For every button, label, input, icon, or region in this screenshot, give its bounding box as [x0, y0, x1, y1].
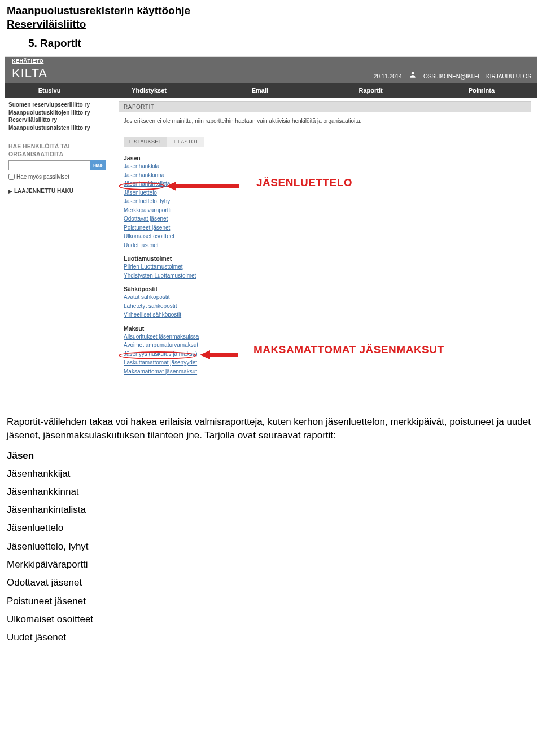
report-item: Ulkomaiset osoitteet: [7, 610, 535, 628]
report-item: Poistuneet jäsenet: [7, 592, 535, 610]
link-merkkipaiva[interactable]: Merkkipäiväraportti: [124, 206, 171, 215]
annotation-text-1: JÄSENLUETTELO: [256, 177, 352, 189]
app-screenshot: KEHÄTIETO KILTA 20.11.2014 OSSI.IKONEN@I…: [5, 56, 537, 405]
header-user: OSSI.IKONEN@IKI.FI: [423, 73, 479, 80]
panel-box: RAPORTIT Jos erikseen ei ole mainittu, n…: [119, 101, 531, 376]
app-body: Suomen reserviupseeriliitto ry Maanpuolu…: [5, 98, 537, 405]
org-list: Suomen reserviupseeriliitto ry Maanpuolu…: [8, 101, 111, 131]
main-panel: RAPORTIT Jos erikseen ei ole mainittu, n…: [115, 98, 537, 405]
body-paragraph: Raportit-välilehden takaa voi hakea eril…: [7, 415, 535, 442]
nav-email[interactable]: Email: [204, 83, 315, 98]
report-item: Odottavat jäsenet: [7, 574, 535, 592]
nav-etusivu[interactable]: Etusivu: [5, 83, 94, 98]
panel-header: RAPORTIT: [119, 102, 531, 112]
link-poistuneet[interactable]: Poistuneet jäsenet: [124, 223, 170, 232]
annotation-text-2: MAKSAMATTOMAT JÄSENMAKSUT: [253, 344, 444, 356]
list-heading-sahkopostit: Sähköpostit: [124, 285, 526, 292]
tabs: LISTAUKSET TILASTOT: [124, 137, 526, 147]
link-piirien-luottamus[interactable]: Piirien Luottamustoimet: [124, 262, 183, 271]
search-title: HAE HENKILÖITÄ TAI ORGANISAATIOITA: [8, 143, 111, 158]
annotation-oval-1: [119, 182, 165, 190]
link-uudet[interactable]: Uudet jäsenet: [124, 241, 159, 250]
arrow-right-icon: ▶: [8, 188, 12, 194]
passive-checkbox-row[interactable]: Hae myös passiiviset: [8, 174, 111, 180]
section-heading: 5. Raportit: [28, 37, 542, 50]
org-item[interactable]: Maanpuolustusnaisten liitto ry: [8, 124, 111, 132]
kehatieto-label: KEHÄTIETO: [12, 58, 43, 64]
header-date: 20.11.2014: [374, 73, 402, 80]
passive-label: Hae myös passiiviset: [16, 174, 69, 180]
report-item: Jäsenhankkinnat: [7, 483, 535, 501]
svg-point-0: [412, 72, 414, 74]
app-logo: KILTA: [5, 66, 374, 83]
doc-subtitle: Reserviläisliitto: [7, 18, 542, 30]
org-item[interactable]: Suomen reserviupseeriliitto ry: [8, 101, 111, 109]
link-maksamattomat[interactable]: Maksamattomat jäsenmaksut: [124, 367, 197, 376]
link-jasenhankkinnat[interactable]: Jäsenhankkinnat: [124, 171, 166, 180]
tab-tilastot[interactable]: TILASTOT: [167, 137, 204, 147]
panel-desc: Jos erikseen ei ole mainittu, niin rapor…: [119, 112, 531, 132]
sidebar: Suomen reserviupseeriliitto ry Maanpuolu…: [5, 98, 115, 405]
user-icon: [409, 71, 417, 80]
nav-raportit[interactable]: Raportit: [316, 83, 426, 98]
link-jasenhankkilat[interactable]: Jäsenhankkilat: [124, 162, 161, 171]
logout-link[interactable]: KIRJAUDU ULOS: [486, 73, 531, 80]
list-heading-maksut: Maksut: [124, 325, 526, 332]
header-right: 20.11.2014 OSSI.IKONEN@IKI.FI KIRJAUDU U…: [374, 71, 537, 83]
org-item[interactable]: Reserviläisliitto ry: [8, 116, 111, 124]
list-heading-jasen: Jäsen: [124, 155, 526, 161]
link-ulkomaiset[interactable]: Ulkomaiset osoitteet: [124, 232, 174, 241]
annotation-arrow-2: [200, 349, 238, 361]
doc-title: Maanpuolustusrekisterin käyttöohje: [7, 5, 542, 17]
app-header: KEHÄTIETO KILTA 20.11.2014 OSSI.IKONEN@I…: [5, 57, 537, 83]
link-jasenluettelo-lyhyt[interactable]: Jäsenluettelo, lyhyt: [124, 197, 172, 206]
search-button[interactable]: Hae: [90, 160, 106, 170]
link-odottavat[interactable]: Odottavat jäsenet: [124, 214, 168, 223]
report-item: Jäsenhankintalista: [7, 501, 535, 519]
org-item[interactable]: Maanpuolustuskiltojen liitto ry: [8, 109, 111, 117]
tab-listaukset[interactable]: LISTAUKSET: [124, 137, 167, 147]
report-item: Jäsenhankkijat: [7, 465, 535, 483]
link-avoimet-ampuma[interactable]: Avoimet ampumaturvamaksut: [124, 341, 198, 350]
annotation-oval-2: [119, 351, 196, 359]
nav-yhdistykset[interactable]: Yhdistykset: [94, 83, 204, 98]
report-item: Jäsenluettelo, lyhyt: [7, 538, 535, 556]
annotation-arrow-1: [166, 180, 239, 192]
advanced-search[interactable]: ▶ LAAJENNETTU HAKU: [8, 188, 111, 194]
list-heading-luottamus: Luottamustoimet: [124, 255, 526, 262]
nav-poiminta[interactable]: Poiminta: [426, 83, 537, 98]
report-item: Uudet jäsenet: [7, 628, 535, 647]
report-list-title: Jäsen: [7, 450, 535, 461]
report-list: Jäsenhankkijat Jäsenhankkinnat Jäsenhank…: [7, 465, 535, 647]
link-yhdistysten-luottamus[interactable]: Yhdistysten Luottamustoimet: [124, 271, 196, 280]
link-lahetetyt-sp[interactable]: Lähetetyt sähköpostit: [124, 302, 177, 311]
link-alisuoritukset[interactable]: Alisuoritukset jäsenmaksuissa: [124, 332, 199, 341]
link-virheelliset-sp[interactable]: Virheelliset sähköpostit: [124, 310, 181, 319]
passive-checkbox[interactable]: [8, 174, 15, 180]
report-item: Merkkipäiväraportti: [7, 556, 535, 574]
advanced-search-label: LAAJENNETTU HAKU: [14, 188, 73, 194]
link-avatut-sp[interactable]: Avatut sähköpostit: [124, 293, 170, 302]
search-input[interactable]: [8, 160, 90, 170]
search-row: Hae: [8, 160, 111, 170]
report-item: Jäsenluettelo: [7, 519, 535, 537]
link-laskuttamattomat[interactable]: Laskuttamattomat jäsenyydet: [124, 358, 197, 367]
main-nav: Etusivu Yhdistykset Email Raportit Poimi…: [5, 83, 537, 98]
